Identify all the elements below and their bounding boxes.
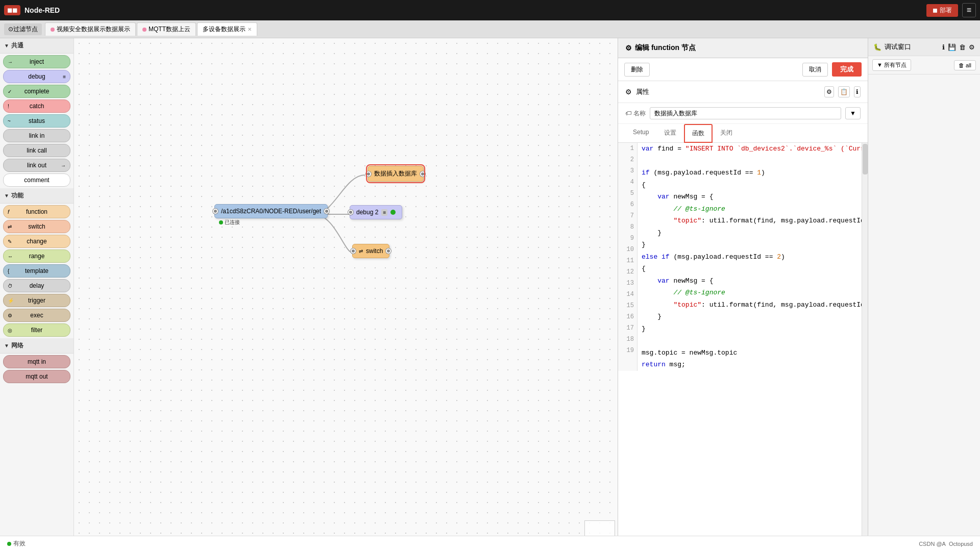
code-line-12: var newMsg = { xyxy=(642,275,868,287)
code-line-8: } xyxy=(642,227,868,239)
ln-17: 17 xyxy=(618,322,637,334)
debug-active-dot xyxy=(390,210,396,215)
sidebar-item-mqtt-in[interactable]: mqtt in xyxy=(3,355,70,368)
flow-node-mqtt[interactable]: /a1cdS8zCRA0/NODE-RED/user/get 已连接 xyxy=(214,204,328,218)
sidebar-item-mqtt-out[interactable]: mqtt out xyxy=(3,370,70,383)
template-label: template xyxy=(25,267,48,274)
tab-item-3[interactable]: 多设备数据展示 ✕ xyxy=(197,22,257,36)
flow-node-db[interactable]: 数据插入数据库 xyxy=(368,166,424,182)
name-input[interactable] xyxy=(650,107,841,119)
sidebar-item-switch[interactable]: ⇌ switch xyxy=(3,220,70,233)
sidebar-section-function[interactable]: ▼ 功能 xyxy=(0,188,74,204)
arrow-network: ▼ xyxy=(4,343,9,348)
flow-node-switch[interactable]: ⇌ switch xyxy=(352,244,389,258)
trigger-label: trigger xyxy=(28,297,45,304)
switch-node-label: switch xyxy=(366,247,383,255)
clear-icon: 🗑 xyxy=(959,62,964,68)
port-right-db xyxy=(420,171,425,177)
tag-icon: 🏷 xyxy=(625,110,631,117)
ln-12: 12 xyxy=(618,266,637,278)
cancel-button[interactable]: 取消 xyxy=(802,63,828,77)
code-line-3: if (msg.payload.requestId == 1) xyxy=(642,167,868,179)
code-line-13: // @ts-ignore xyxy=(642,287,868,299)
sidebar-item-comment[interactable]: comment xyxy=(3,173,70,187)
debug-save-btn[interactable]: 💾 xyxy=(948,43,956,51)
tab-function[interactable]: 函数 xyxy=(684,124,713,143)
tab-dot-2 xyxy=(142,28,146,32)
debug-settings-btn[interactable]: ⚙ xyxy=(969,43,975,51)
tab-close[interactable]: 关闭 xyxy=(713,124,740,143)
sidebar-item-status[interactable]: ~ status xyxy=(3,114,70,128)
sidebar-item-template[interactable]: { template xyxy=(3,264,70,278)
port-right-switch xyxy=(386,248,391,254)
edit-tabs: Setup 设置 函数 关闭 xyxy=(618,124,868,143)
status-icon: ~ xyxy=(8,118,11,124)
db-node-label: 数据插入数据库 xyxy=(374,169,417,178)
props-info-btn[interactable]: ℹ xyxy=(854,86,861,97)
code-line-17 xyxy=(642,335,868,347)
name-label: 🏷 名称 xyxy=(625,109,646,118)
code-line-9: } xyxy=(642,239,868,251)
right-panel: 🐛 调试窗口 ℹ 💾 🗑 ⚙ ▼ 所有节点 🗑 all xyxy=(868,38,980,551)
sidebar-item-range[interactable]: ↔ range xyxy=(3,249,70,263)
props-gear-btn[interactable]: ⚙ xyxy=(824,86,834,97)
octopus-watermark: Octopusd xyxy=(949,541,973,547)
arrow-function: ▼ xyxy=(4,193,9,198)
edit-icon: ⚙ xyxy=(625,44,632,52)
sidebar-section-network[interactable]: ▼ 网络 xyxy=(0,338,74,354)
sidebar-item-filter[interactable]: ◎ filter xyxy=(3,323,70,337)
ln-3: 3 xyxy=(618,165,637,177)
tab-item-1[interactable]: 视频安全数据展示数据展示 xyxy=(45,22,136,36)
props-copy-btn[interactable]: 📋 xyxy=(838,86,850,97)
sidebar-item-function[interactable]: f function xyxy=(3,205,70,218)
ln-4: 4 xyxy=(618,177,637,188)
catch-label: catch xyxy=(30,103,44,110)
deploy-button[interactable]: ◼ 部署 xyxy=(926,4,958,17)
sidebar-section-common[interactable]: ▼ 共通 xyxy=(0,38,74,54)
debug-node-label: debug 2 xyxy=(356,209,378,216)
tab-setup[interactable]: Setup xyxy=(625,124,656,143)
sidebar-item-exec[interactable]: ⚙ exec xyxy=(3,309,70,322)
tab-item-2[interactable]: MQTT数据上云 xyxy=(137,22,196,36)
canvas[interactable]: /a1cdS8zCRA0/NODE-RED/user/get 已连接 数据插入数… xyxy=(74,38,618,551)
sidebar-item-link-call[interactable]: link call xyxy=(3,144,70,157)
exec-label: exec xyxy=(30,312,43,319)
debug-filter-btn[interactable]: 🗑 xyxy=(959,43,966,51)
tab-settings[interactable]: 设置 xyxy=(656,124,684,143)
ln-13: 13 xyxy=(618,278,637,289)
logo: ◼◼ xyxy=(4,5,20,15)
sidebar-item-link-out[interactable]: link out → xyxy=(3,159,70,172)
menu-button[interactable]: ≡ xyxy=(962,3,976,17)
mqtt-out-label: mqtt out xyxy=(26,373,47,380)
sidebar: ▼ 共通 → inject debug ≡ ✓ complete ! catch… xyxy=(0,38,74,551)
sidebar-item-trigger[interactable]: ⚡ trigger xyxy=(3,294,70,307)
link-in-label: link in xyxy=(29,132,45,139)
scrollbar-track[interactable] xyxy=(862,143,868,551)
mqtt-node-label: /a1cdS8zCRA0/NODE-RED/user/get xyxy=(221,208,321,215)
tab-close-icon[interactable]: ✕ xyxy=(248,27,252,32)
sidebar-item-debug[interactable]: debug ≡ xyxy=(3,70,70,83)
sidebar-item-catch[interactable]: ! catch xyxy=(3,99,70,113)
code-editor[interactable]: 1 2 3 4 5 6 7 8 9 10 11 12 13 14 15 16 1 xyxy=(618,143,868,551)
name-dropdown-btn[interactable]: ▼ xyxy=(845,107,861,119)
sidebar-item-delay[interactable]: ⏱ delay xyxy=(3,279,70,292)
switch-label: switch xyxy=(28,223,45,230)
sidebar-item-complete[interactable]: ✓ complete xyxy=(3,85,70,98)
trigger-icon: ⚡ xyxy=(8,298,14,304)
debug-toggle-icon[interactable]: ≡ xyxy=(381,209,387,216)
deploy-icon: ◼ xyxy=(933,7,938,14)
done-button[interactable]: 完成 xyxy=(832,62,862,77)
sidebar-item-inject[interactable]: → inject xyxy=(3,55,70,68)
scrollbar-thumb[interactable] xyxy=(863,144,868,174)
ln-8: 8 xyxy=(618,221,637,233)
code-line-11: { xyxy=(642,263,868,275)
filter-tab[interactable]: ⊙ 过滤节点 xyxy=(4,23,42,35)
delete-button[interactable]: 删除 xyxy=(624,63,650,77)
node-filter-dropdown[interactable]: ▼ 所有节点 xyxy=(872,59,911,71)
code-line-2 xyxy=(642,155,868,167)
debug-info-btn[interactable]: ℹ xyxy=(942,43,945,51)
sidebar-item-change[interactable]: ✎ change xyxy=(3,235,70,248)
flow-node-debug[interactable]: debug 2 ≡ xyxy=(350,205,402,219)
sidebar-item-link-in[interactable]: link in xyxy=(3,129,70,142)
clear-all-btn[interactable]: 🗑 all xyxy=(954,60,976,70)
